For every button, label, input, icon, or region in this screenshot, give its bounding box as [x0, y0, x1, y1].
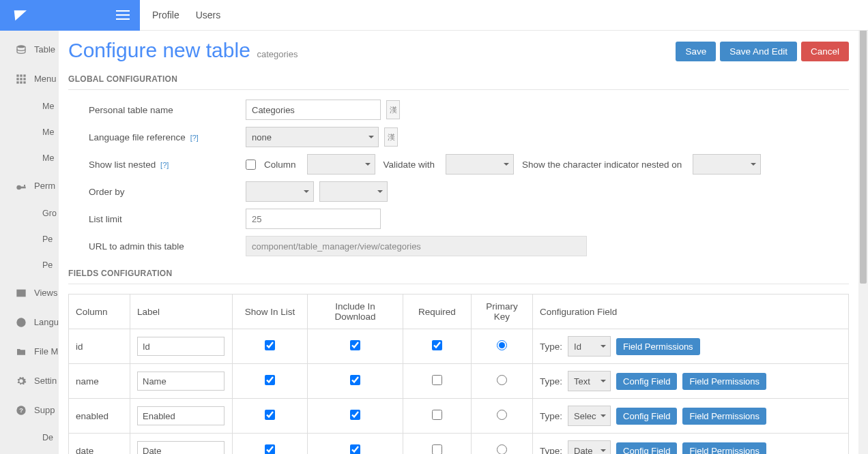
top-menu: Profile Users [140, 10, 220, 20]
column-select[interactable] [307, 154, 375, 175]
help-icon[interactable]: [?] [190, 134, 199, 142]
sidebar-subitem[interactable]: Pe [0, 252, 59, 278]
sidebar-item-label: Langu [34, 317, 59, 327]
include-download-checkbox[interactable] [350, 375, 360, 385]
scrollbar-track[interactable] [858, 0, 868, 454]
show-in-list-checkbox[interactable] [265, 410, 275, 420]
include-download-checkbox[interactable] [350, 410, 360, 420]
top-menu-users[interactable]: Users [196, 10, 221, 20]
sidebar-subitem[interactable]: Me [0, 93, 59, 119]
translate-button-2[interactable]: 漢 [384, 127, 398, 147]
cell-label [130, 364, 233, 399]
sidebar-item-grid[interactable]: Menu [0, 64, 59, 93]
column-label: Column [264, 160, 296, 170]
sidebar-item-folder[interactable]: File M [0, 337, 59, 366]
svg-rect-7 [16, 81, 18, 83]
sidebar-subitem[interactable]: Gro [0, 200, 59, 226]
sidebar-subitem[interactable]: Me [0, 119, 59, 145]
order-by-field-select[interactable] [246, 181, 314, 202]
sidebar-item-database[interactable]: Table [0, 35, 59, 64]
show-list-nested-checkbox[interactable] [246, 160, 256, 170]
primary-key-radio[interactable] [497, 410, 507, 420]
label-input[interactable] [137, 406, 225, 425]
required-checkbox[interactable] [432, 375, 442, 385]
sidebar-item-help[interactable]: ?Supp [0, 395, 59, 425]
svg-text:?: ? [19, 407, 23, 414]
cell-column: id [69, 329, 130, 364]
page-actions: Save Save And Edit Cancel [676, 42, 849, 61]
table-header-row: Column Label Show In List Include In Dow… [69, 294, 849, 329]
sidebar-item-globe[interactable]: Langu [0, 307, 59, 337]
svg-rect-9 [23, 81, 25, 83]
list-limit-label: List limit [89, 214, 246, 224]
main-content: Configure new table categories Save Save… [59, 31, 858, 454]
type-select[interactable]: Date [568, 440, 611, 454]
translate-button[interactable]: 漢 [386, 100, 400, 119]
sidebar-subitem[interactable]: Me [0, 145, 59, 171]
show-in-list-checkbox[interactable] [265, 340, 275, 350]
cancel-button[interactable]: Cancel [801, 42, 849, 61]
field-permissions-button[interactable]: Field Permissions [682, 373, 766, 390]
required-checkbox[interactable] [432, 340, 442, 350]
order-by-label: Order by [89, 187, 246, 197]
help-icon[interactable]: [?] [160, 161, 169, 169]
label-input[interactable] [137, 441, 225, 454]
show-in-list-checkbox[interactable] [265, 444, 275, 454]
globe-icon [15, 317, 27, 328]
type-select[interactable]: Select [568, 406, 611, 426]
sidebar-item-key[interactable]: Perm [0, 171, 59, 200]
topbar: Profile Users [0, 0, 868, 31]
language-file-ref-select[interactable]: none [246, 127, 379, 147]
col-show-in-list: Show In List [233, 294, 308, 329]
sidebar-subitem[interactable]: De [0, 425, 59, 451]
sidebar-item-label: Views [34, 288, 57, 298]
save-button[interactable]: Save [676, 42, 716, 61]
sidebar-item-gear[interactable]: Settin [0, 366, 59, 395]
list-limit-input[interactable] [246, 209, 381, 229]
sidebar-item-label: Perm [34, 181, 55, 191]
label-input[interactable] [137, 372, 225, 391]
show-list-nested-label: Show list nested [?] [89, 160, 246, 170]
hamburger-menu[interactable] [106, 0, 140, 31]
page-header: Configure new table categories Save Save… [68, 39, 849, 62]
char-indicator-select[interactable] [693, 154, 761, 175]
top-menu-profile[interactable]: Profile [152, 10, 179, 20]
sidebar-item-label: Menu [34, 74, 57, 84]
config-field-button[interactable]: Config Field [616, 408, 677, 425]
table-row: nameType:TextConfig Field Field Permissi… [69, 364, 849, 399]
menu-icon [116, 10, 130, 20]
save-and-edit-button[interactable]: Save And Edit [720, 42, 797, 61]
config-field-button[interactable]: Config Field [616, 373, 677, 390]
svg-rect-2 [20, 74, 22, 76]
field-permissions-button[interactable]: Field Permissions [616, 338, 700, 355]
svg-rect-6 [23, 78, 25, 80]
label-input[interactable] [137, 337, 225, 356]
sidebar-subitem[interactable]: Pe [0, 226, 59, 252]
sidebar-item-label: Table [34, 44, 55, 55]
col-label: Label [130, 294, 233, 329]
field-permissions-button[interactable]: Field Permissions [682, 408, 766, 425]
required-checkbox[interactable] [432, 410, 442, 420]
sidebar-item-rect[interactable]: Views [0, 278, 59, 307]
type-select[interactable]: Text [568, 371, 611, 391]
personal-table-name-input[interactable] [246, 100, 381, 120]
primary-key-radio[interactable] [497, 444, 507, 454]
primary-key-radio[interactable] [497, 340, 507, 350]
fields-config-header: FIELDS CONFIGURATION [68, 269, 849, 284]
type-select[interactable]: Id [568, 336, 611, 357]
field-permissions-button[interactable]: Field Permissions [682, 442, 766, 455]
validate-with-select[interactable] [446, 154, 514, 175]
include-download-checkbox[interactable] [350, 340, 360, 350]
scrollbar-thumb[interactable] [860, 11, 867, 284]
include-download-checkbox[interactable] [350, 444, 360, 454]
sidebar-item-logout[interactable]: Logo [0, 451, 59, 454]
order-by-dir-select[interactable] [319, 181, 388, 202]
brand-logo[interactable] [0, 0, 106, 31]
show-in-list-checkbox[interactable] [265, 375, 275, 385]
svg-rect-12 [24, 185, 25, 187]
required-checkbox[interactable] [432, 444, 442, 454]
svg-rect-1 [16, 74, 18, 76]
primary-key-radio[interactable] [497, 375, 507, 385]
cell-label [130, 399, 233, 434]
config-field-button[interactable]: Config Field [616, 442, 677, 455]
